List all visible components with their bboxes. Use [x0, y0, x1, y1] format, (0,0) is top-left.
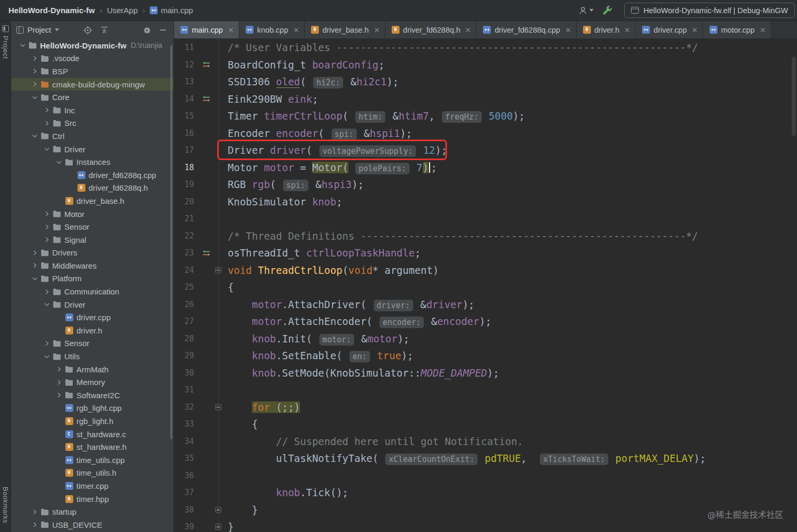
tree-item-startup[interactable]: startup — [11, 505, 173, 518]
editor-scrollbar[interactable] — [792, 57, 796, 136]
tree-item-driver_fd6288q.h[interactable]: Hdriver_fd6288q.h — [11, 182, 173, 195]
fold-end-icon[interactable] — [213, 501, 223, 519]
tree-item-platform[interactable]: Platform — [11, 272, 173, 285]
line-number[interactable]: 21 — [174, 210, 199, 228]
tree-item-driver_fd6288q.cpp[interactable]: ++driver_fd6288q.cpp — [11, 169, 173, 182]
run-configuration-selector[interactable]: HelloWord-Dynamic-fw.elf | Debug-MinGW — [624, 3, 795, 18]
line-number[interactable]: 14 — [174, 91, 199, 108]
code-editor[interactable]: 11/* User Variables --------------------… — [174, 39, 797, 532]
dropdown-caret-icon[interactable] — [55, 28, 59, 32]
tree-item-ctrl[interactable]: Ctrl — [11, 130, 173, 143]
locate-icon[interactable] — [83, 25, 92, 35]
chevron-closed-icon[interactable] — [30, 249, 40, 257]
chevron-closed-icon[interactable] — [30, 55, 40, 62]
collapse-all-icon[interactable] — [100, 25, 109, 35]
chevron-closed-icon[interactable] — [30, 81, 40, 88]
line-number[interactable]: 20 — [174, 193, 199, 211]
tab-driver_fd6288q.cpp[interactable]: ++driver_fd6288q.cpp — [477, 21, 576, 38]
user-icon[interactable] — [578, 6, 594, 15]
tree-item-sensor[interactable]: Sensor — [11, 337, 173, 350]
breadcrumb-file[interactable]: ++ main.cpp — [150, 6, 193, 15]
tree-item-sensor[interactable]: Sensor — [11, 220, 173, 233]
tree-item-driver[interactable]: Driver — [11, 298, 173, 311]
tree-item-.vscode[interactable]: .vscode — [11, 52, 173, 65]
tree-item-helloword-dynamic-fw[interactable]: HelloWord-Dynamic-fwD:\ruanjia — [11, 39, 173, 52]
line-number[interactable]: 16 — [174, 125, 199, 142]
tree-item-inc[interactable]: Inc — [11, 104, 173, 117]
chevron-closed-icon[interactable] — [54, 366, 64, 373]
chevron-closed-icon[interactable] — [42, 288, 52, 295]
chevron-open-icon[interactable] — [30, 132, 40, 140]
chevron-open-icon[interactable] — [42, 301, 52, 308]
line-number[interactable]: 23 — [174, 244, 199, 262]
chevron-closed-icon[interactable] — [42, 210, 52, 218]
project-view-selector[interactable]: Project — [27, 26, 51, 34]
tree-item-st_hardware.h[interactable]: Hst_hardware.h — [11, 440, 173, 454]
tab-driver_base.h[interactable]: Hdriver_base.h — [305, 21, 385, 38]
line-number[interactable]: 26 — [174, 296, 199, 313]
chevron-closed-icon[interactable] — [30, 262, 40, 269]
line-number[interactable]: 32 — [174, 399, 199, 416]
tree-item-utils[interactable]: Utils — [11, 350, 173, 363]
tab-driver.h[interactable]: Hdriver.h — [577, 21, 636, 38]
fold-minus-icon[interactable] — [213, 262, 223, 279]
tree-item-usb_device[interactable]: USB_DEVICE — [11, 518, 173, 531]
tree-item-armmath[interactable]: ArmMath — [11, 363, 173, 376]
tab-close-icon[interactable] — [625, 27, 630, 33]
tab-close-icon[interactable] — [692, 27, 697, 33]
chevron-closed-icon[interactable] — [54, 379, 64, 386]
line-number[interactable]: 19 — [174, 176, 199, 193]
tab-driver_fd6288q.h[interactable]: Hdriver_fd6288q.h — [385, 21, 477, 38]
tree-item-driver.h[interactable]: Hdriver.h — [11, 324, 173, 337]
tree-item-rgb_light.cpp[interactable]: ++rgb_light.cpp — [11, 402, 173, 415]
line-number[interactable]: 38 — [174, 501, 199, 519]
build-wrench-icon[interactable] — [602, 5, 614, 16]
tab-motor.cpp[interactable]: ++motor.cpp — [703, 21, 771, 38]
chevron-closed-icon[interactable] — [42, 340, 52, 347]
stripe-bookmarks-button[interactable]: Bookmarks — [2, 487, 9, 532]
chevron-closed-icon[interactable] — [42, 236, 52, 243]
tab-driver.cpp[interactable]: ++driver.cpp — [636, 21, 703, 38]
tab-close-icon[interactable] — [374, 27, 380, 33]
tree-item-softwarei2c[interactable]: SoftwareI2C — [11, 389, 173, 402]
line-number[interactable]: 17 — [174, 142, 199, 159]
line-number[interactable]: 25 — [174, 279, 199, 296]
hide-panel-icon[interactable] — [159, 25, 168, 35]
tree-item-driver[interactable]: Driver — [11, 143, 173, 156]
tree-item-bsp[interactable]: BSP — [11, 65, 173, 78]
chevron-closed-icon[interactable] — [42, 223, 52, 231]
chevron-open-icon[interactable] — [42, 353, 52, 360]
chevron-closed-icon[interactable] — [42, 106, 52, 114]
line-number[interactable]: 37 — [174, 484, 199, 501]
chevron-open-icon[interactable] — [30, 94, 40, 101]
change-swap-icon[interactable] — [199, 56, 213, 74]
chevron-closed-icon[interactable] — [42, 120, 52, 127]
tree-item-timer.cpp[interactable]: ++timer.cpp — [11, 479, 173, 492]
chevron-closed-icon[interactable] — [30, 67, 40, 75]
tree-item-rgb_light.h[interactable]: Hrgb_light.h — [11, 415, 173, 428]
tree-item-instances[interactable]: Instances — [11, 155, 173, 169]
line-number[interactable]: 30 — [174, 364, 199, 382]
line-number[interactable]: 12 — [174, 56, 199, 74]
line-number[interactable]: 15 — [174, 107, 199, 125]
chevron-closed-icon[interactable] — [54, 391, 64, 399]
tree-item-driver_base.h[interactable]: Hdriver_base.h — [11, 194, 173, 208]
line-number[interactable]: 39 — [174, 518, 199, 532]
line-number[interactable]: 34 — [174, 433, 199, 450]
tree-item-time_utils.h[interactable]: Htime_utils.h — [11, 467, 173, 480]
line-number[interactable]: 27 — [174, 313, 199, 330]
line-number[interactable]: 35 — [174, 450, 199, 467]
line-number[interactable]: 36 — [174, 467, 199, 485]
project-scrollbar[interactable] — [170, 45, 172, 439]
tree-item-motor[interactable]: Motor — [11, 208, 173, 221]
tree-item-driver.cpp[interactable]: ++driver.cpp — [11, 311, 173, 324]
chevron-open-icon[interactable] — [17, 42, 27, 49]
line-number[interactable]: 28 — [174, 330, 199, 348]
tree-item-signal[interactable]: Signal — [11, 233, 173, 247]
tree-item-st_hardware.c[interactable]: Cst_hardware.c — [11, 428, 173, 441]
chevron-closed-icon[interactable] — [30, 508, 40, 516]
fold-end-icon[interactable] — [213, 518, 223, 532]
line-number[interactable]: 13 — [174, 73, 199, 91]
stripe-project-button[interactable]: Project — [2, 21, 9, 59]
line-number[interactable]: 29 — [174, 347, 199, 364]
